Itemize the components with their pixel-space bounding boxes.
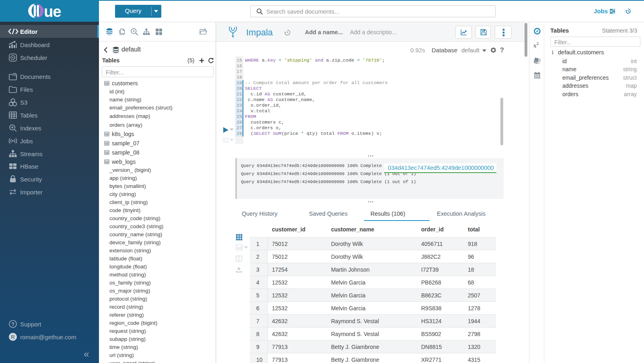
svg-text:?: ? bbox=[11, 321, 14, 327]
svg-text:R: R bbox=[11, 334, 14, 340]
svg-text:ue: ue bbox=[44, 3, 61, 19]
